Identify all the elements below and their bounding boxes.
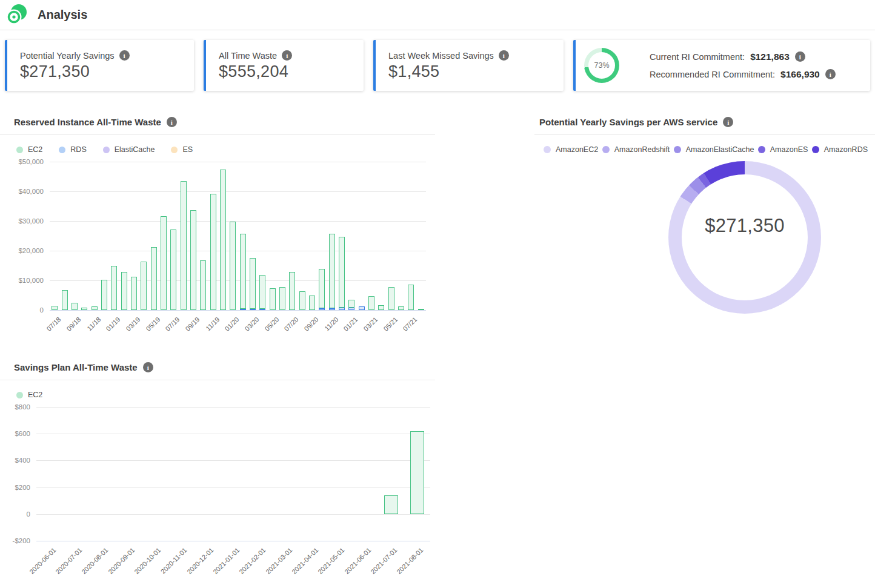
legend-item-AmazonEC2[interactable]: AmazonEC2 (544, 145, 598, 154)
gridline (36, 514, 430, 515)
bar-RDS-03/20 (250, 309, 256, 310)
chart-title: Potential Yearly Savings per AWS service (539, 117, 717, 127)
bar-EC2-12/18 (101, 280, 107, 310)
x-tick-label: 2021-01-01 (211, 546, 241, 575)
y-tick-label: -$200 (13, 537, 30, 545)
bar-RDS-10/20 (319, 308, 325, 310)
bar-EC2-10/19 (200, 260, 206, 310)
legend-item-RDS[interactable]: RDS (59, 145, 86, 154)
y-tick-label: 0 (40, 306, 44, 314)
legend-label: EC2 (28, 391, 42, 399)
x-tick-label: 03/21 (362, 315, 379, 332)
info-icon[interactable]: i (795, 51, 805, 62)
bar-EC2-01/20 (230, 222, 236, 310)
savings-per-service-panel: Potential Yearly Savings per AWS service… (534, 117, 875, 314)
right-column: Potential Yearly Savings per AWS service… (534, 117, 875, 584)
x-tick-label: 2021-07-01 (369, 546, 398, 575)
bar-EC2-03/20 (250, 258, 256, 309)
commit-value: $166,930 (780, 69, 820, 80)
ri-waste-panel: Reserved Instance All-Time Waste i EC2RD… (0, 117, 435, 348)
bar-EC2-10/18 (81, 308, 87, 310)
info-icon[interactable]: i (143, 362, 153, 372)
x-tick-label: 09/19 (184, 315, 201, 332)
y-tick-label: $600 (15, 429, 30, 438)
commit-label: Current RI Commitment: (650, 52, 745, 62)
gridline (50, 221, 426, 222)
x-tick-label: 2020-06-01 (28, 546, 57, 575)
x-tick-label: 2020-12-01 (185, 546, 215, 575)
x-tick-label: 07/19 (164, 315, 181, 332)
bar-EC2-04/20 (259, 275, 265, 309)
legend-dot-icon (544, 146, 551, 153)
sp-waste-chart: $800$600$400$2000-$200 2020-06-012020-07… (0, 407, 435, 584)
x-tick-label: 2020-11-01 (159, 546, 188, 575)
y-tick-label: $200 (15, 483, 30, 492)
legend-item-AmazonElastiCache[interactable]: AmazonElastiCache (674, 145, 754, 154)
all-time-waste-card: All Time Waste i $555,204 (204, 40, 364, 91)
info-icon[interactable]: i (167, 117, 177, 127)
y-tick-label: $30,000 (18, 217, 44, 225)
ri-waste-chart: $50,000$40,000$30,000$20,000$10,0000 07/… (0, 162, 435, 348)
legend-label: ElastiCache (115, 145, 155, 154)
y-axis: $800$600$400$2000-$200 (0, 407, 30, 541)
bar-EC2-01/21 (348, 300, 354, 308)
ri-chart-legend: EC2RDSElastiCacheES (16, 145, 435, 154)
legend-label: EC2 (28, 145, 42, 154)
ri-commitment-card: 73% Current RI Commitment: $121,863 i Re… (573, 40, 870, 91)
x-tick-label: 2020-10-01 (133, 546, 162, 575)
x-tick-label: 07/20 (283, 315, 300, 332)
info-icon[interactable]: i (825, 69, 836, 79)
legend-item-AmazonRedshift[interactable]: AmazonRedshift (602, 145, 670, 154)
app-header: Analysis (0, 0, 875, 30)
card-label: Potential Yearly Savings (20, 51, 115, 61)
x-tick-label: 01/21 (342, 315, 359, 332)
x-tick-label: 07/18 (45, 315, 62, 332)
bar-EC2-07/21 (408, 285, 414, 310)
x-axis-line (36, 541, 430, 541)
info-icon[interactable]: i (723, 117, 733, 127)
legend-dot-icon (59, 147, 65, 153)
legend-dot-icon (103, 147, 110, 153)
bar-EC2-08/19 (181, 181, 187, 310)
x-tick-label: 2021-05-01 (317, 546, 346, 575)
gridline (36, 407, 430, 408)
y-tick-label: 0 (27, 510, 30, 518)
legend-item-EC2[interactable]: EC2 (16, 145, 42, 154)
bar-EC2-11/20 (329, 234, 335, 308)
bar-EC2-12/20 (339, 237, 345, 307)
analysis-page: { "header": { "title": "Analysis", "logo… (0, 0, 875, 588)
x-tick-label: 2020-08-01 (81, 546, 110, 575)
card-label: Last Week Missed Savings (388, 51, 494, 61)
y-tick-label: $20,000 (18, 246, 44, 255)
legend-item-EC2[interactable]: EC2 (16, 391, 42, 399)
bar-EC2-05/19 (151, 247, 157, 310)
x-tick-label: 05/21 (382, 315, 399, 332)
x-tick-label: 11/18 (85, 315, 102, 332)
bar-RDS-04/20 (259, 309, 265, 310)
commit-value: $121,863 (750, 51, 790, 62)
spot-logo-icon (5, 4, 28, 27)
legend-dot-icon (812, 146, 819, 153)
panel-header: Savings Plan All-Time Waste i (0, 362, 435, 380)
info-icon[interactable]: i (499, 50, 509, 61)
legend-item-ElastiCache[interactable]: ElastiCache (103, 145, 155, 154)
bar-EC2-06/20 (279, 287, 285, 310)
bar-RDS-02/21 (359, 306, 365, 310)
bar-EC2-2021-07-01 (384, 495, 398, 514)
x-tick-label: 2021-02-01 (238, 546, 267, 575)
commit-label: Recommended RI Commitment: (650, 70, 775, 79)
legend-item-AmazonES[interactable]: AmazonES (758, 145, 808, 154)
gridline (36, 434, 430, 434)
x-tick-label: 03/19 (124, 315, 141, 332)
bar-EC2-05/20 (270, 288, 276, 310)
info-icon[interactable]: i (119, 50, 130, 61)
legend-label: RDS (70, 145, 86, 154)
legend-item-AmazonRDS[interactable]: AmazonRDS (812, 145, 868, 154)
legend-label: AmazonEC2 (556, 145, 598, 154)
bar-EC2-03/19 (131, 277, 137, 310)
y-tick-label: $40,000 (18, 187, 44, 196)
legend-item-ES[interactable]: ES (171, 145, 193, 154)
bar-RDS-12/20 (339, 308, 345, 310)
info-icon[interactable]: i (282, 50, 292, 61)
bar-EC2-11/19 (210, 194, 216, 310)
